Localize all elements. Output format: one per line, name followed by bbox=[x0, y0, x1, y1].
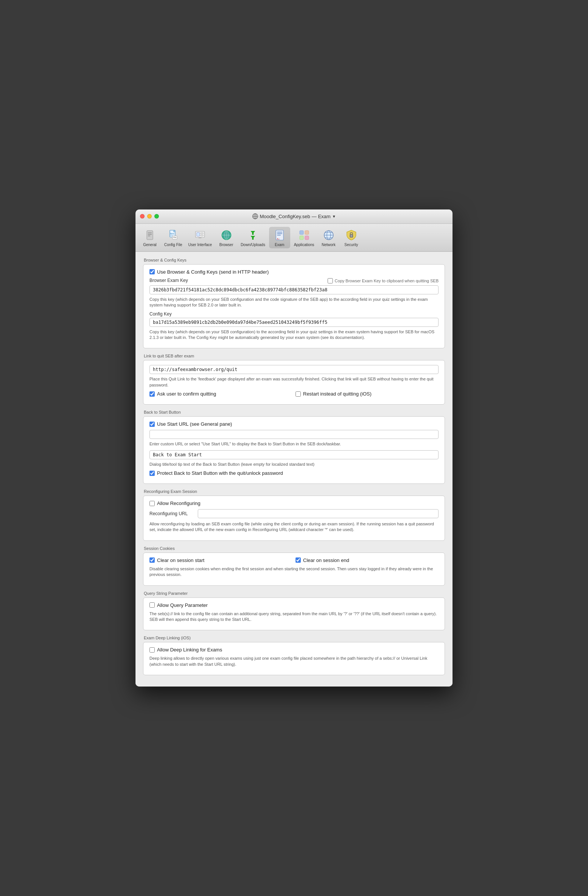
ask-confirm-label: Ask user to confirm quitting bbox=[157, 391, 216, 397]
session-cookies-outer-label: Session Cookies bbox=[143, 546, 445, 551]
toolbar-item-down-uploads[interactable]: Down/Uploads bbox=[239, 227, 268, 248]
session-cookies-section: Clear on session start Clear on session … bbox=[143, 553, 445, 586]
title-separator: — bbox=[312, 214, 317, 219]
svg-rect-30 bbox=[277, 233, 282, 234]
toolbar-item-exam[interactable]: A+ Exam bbox=[269, 227, 290, 248]
clear-on-end-checkbox[interactable] bbox=[296, 557, 301, 563]
user-interface-label: User Interface bbox=[188, 243, 212, 247]
applications-icon bbox=[297, 228, 311, 242]
config-key-description: Copy this key (which depends on your SEB… bbox=[149, 329, 439, 341]
allow-query-row: Allow Query Parameter bbox=[149, 602, 439, 608]
query-string-outer-label: Query String Parameter bbox=[143, 591, 445, 596]
browser-exam-key-input[interactable] bbox=[149, 285, 439, 294]
allow-deep-linking-row: Allow Deep Linking for Exams bbox=[149, 647, 439, 653]
svg-rect-17 bbox=[200, 235, 203, 236]
dialog-title-description: Dialog title/tool tip text of the Back t… bbox=[149, 462, 439, 467]
browser-config-keys-label: Browser & Config Keys bbox=[143, 258, 445, 262]
dropdown-arrow[interactable]: ▼ bbox=[332, 214, 336, 219]
title-text: Moodle_ConfigKey.seb bbox=[260, 214, 310, 219]
clear-on-end-row: Clear on session end bbox=[296, 557, 439, 563]
use-start-url-row: Use Start URL (see General pane) bbox=[149, 421, 439, 427]
svg-rect-36 bbox=[305, 236, 309, 240]
user-interface-icon bbox=[193, 228, 207, 242]
toolbar-item-config-file[interactable]: New One File Config File bbox=[162, 227, 185, 248]
svg-rect-4 bbox=[147, 231, 153, 240]
clear-on-start-checkbox[interactable] bbox=[149, 557, 155, 563]
config-key-input[interactable] bbox=[149, 318, 439, 327]
use-start-url-checkbox[interactable] bbox=[149, 422, 155, 427]
toolbar-item-applications[interactable]: Applications bbox=[292, 227, 317, 248]
browser-exam-key-row: Browser Exam Key Copy Browser Exam Key t… bbox=[149, 278, 439, 284]
security-icon bbox=[345, 228, 358, 242]
use-browser-config-keys-checkbox[interactable] bbox=[149, 269, 155, 274]
down-uploads-label: Down/Uploads bbox=[241, 243, 265, 247]
toolbar-item-general[interactable]: General bbox=[139, 227, 160, 248]
quit-link-input[interactable] bbox=[149, 365, 439, 374]
app-window: Moodle_ConfigKey.seb — Exam ▼ General bbox=[135, 209, 453, 687]
toolbar-item-network[interactable]: Network bbox=[318, 227, 339, 248]
svg-text:A+: A+ bbox=[277, 238, 280, 240]
exam-label: Exam bbox=[275, 243, 285, 247]
svg-point-41 bbox=[351, 235, 352, 236]
back-to-start-section: Use Start URL (see General pane) Enter c… bbox=[143, 416, 445, 484]
config-key-field-label: Config Key bbox=[149, 311, 439, 317]
maximize-button[interactable] bbox=[154, 214, 159, 219]
link-to-quit-label: Link to quit SEB after exam bbox=[143, 354, 445, 358]
svg-rect-15 bbox=[197, 232, 200, 236]
allow-reconfiguring-checkbox[interactable] bbox=[149, 501, 155, 506]
reconfiguring-description: Allow reconfiguring by loading an SEB ex… bbox=[149, 521, 439, 533]
allow-query-checkbox[interactable] bbox=[149, 602, 155, 608]
close-button[interactable] bbox=[140, 214, 145, 219]
back-to-start-label: Back to Start Button bbox=[143, 410, 445, 414]
general-icon bbox=[143, 228, 157, 242]
toolbar-item-browser[interactable]: Browser bbox=[216, 227, 237, 248]
allow-deep-linking-label: Allow Deep Linking for Exams bbox=[157, 647, 222, 653]
protect-back-label: Protect Back to Start Button with the qu… bbox=[157, 470, 283, 476]
query-string-description: The seb(s):// link to the config file ca… bbox=[149, 611, 439, 623]
reconfiguring-label: Reconfiguring Exam Session bbox=[143, 489, 445, 494]
browser-exam-key-description: Copy this key (which depends on your SEB… bbox=[149, 297, 439, 308]
svg-text:File: File bbox=[173, 236, 176, 239]
restart-ios-label: Restart instead of quitting (iOS) bbox=[303, 391, 371, 397]
clear-on-end-label: Clear on session end bbox=[303, 557, 349, 563]
query-string-section: Allow Query Parameter The seb(s):// link… bbox=[143, 597, 445, 631]
quit-options-row: Ask user to confirm quitting Restart ins… bbox=[149, 391, 439, 400]
reconfiguring-section: Allow Reconfiguring Reconfiguring URL Al… bbox=[143, 496, 445, 541]
exam-icon: A+ bbox=[273, 228, 286, 242]
svg-rect-9 bbox=[173, 230, 175, 232]
custom-url-input[interactable] bbox=[149, 430, 439, 439]
session-cookies-checkboxes: Clear on session start Clear on session … bbox=[149, 557, 439, 566]
minimize-button[interactable] bbox=[147, 214, 152, 219]
config-file-icon: New One File bbox=[166, 228, 180, 242]
network-label: Network bbox=[322, 243, 336, 247]
ask-confirm-row: Ask user to confirm quitting bbox=[149, 391, 292, 397]
dialog-title-input[interactable] bbox=[149, 450, 439, 459]
allow-reconfiguring-row: Allow Reconfiguring bbox=[149, 500, 439, 506]
svg-rect-33 bbox=[300, 231, 303, 234]
copy-to-clipboard-label: Copy Browser Exam Key to clipboard when … bbox=[335, 279, 439, 283]
protect-back-checkbox[interactable] bbox=[149, 471, 155, 476]
ask-confirm-checkbox[interactable] bbox=[149, 391, 155, 397]
deep-linking-outer-label: Exam Deep Linking (iOS) bbox=[143, 636, 445, 640]
restart-ios-checkbox[interactable] bbox=[296, 391, 301, 397]
protect-back-row: Protect Back to Start Button with the qu… bbox=[149, 470, 439, 476]
general-label: General bbox=[143, 243, 157, 247]
toolbar-item-security[interactable]: Security bbox=[341, 227, 362, 248]
svg-rect-25 bbox=[252, 231, 254, 235]
use-start-url-label: Use Start URL (see General pane) bbox=[157, 421, 232, 427]
globe-icon bbox=[252, 213, 258, 219]
browser-label: Browser bbox=[219, 243, 233, 247]
browser-exam-key-field-label: Browser Exam Key bbox=[149, 278, 188, 283]
security-label: Security bbox=[345, 243, 358, 247]
svg-rect-34 bbox=[305, 231, 309, 234]
reconfiguring-url-input[interactable] bbox=[198, 509, 439, 518]
copy-to-clipboard-checkbox[interactable] bbox=[328, 278, 333, 283]
quit-link-description: Place this Quit Link to the 'feedback' p… bbox=[149, 376, 439, 388]
custom-url-description: Enter custom URL or select "Use Start UR… bbox=[149, 441, 439, 447]
svg-rect-29 bbox=[277, 232, 282, 232]
use-browser-config-keys-label-text: Use Browser & Config Keys (send in HTTP … bbox=[157, 269, 269, 275]
allow-deep-linking-checkbox[interactable] bbox=[149, 647, 155, 653]
toolbar-item-user-interface[interactable]: User Interface bbox=[186, 227, 214, 248]
svg-rect-35 bbox=[300, 236, 303, 240]
clear-on-start-row: Clear on session start bbox=[149, 557, 292, 563]
